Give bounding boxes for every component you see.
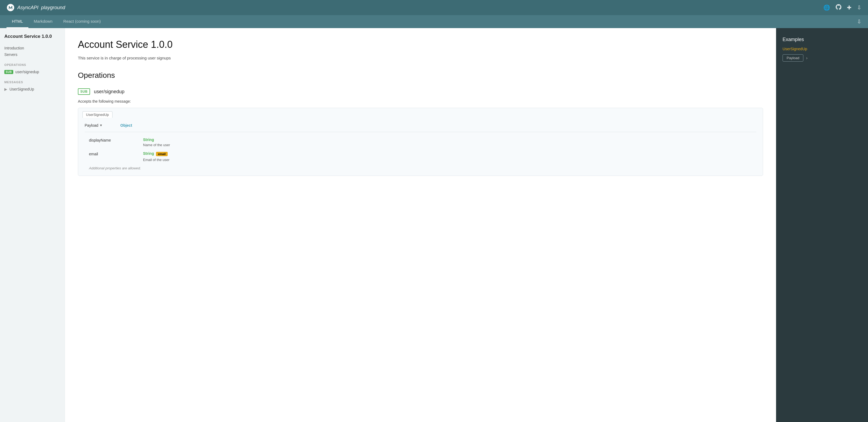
sidebar-service-title: Account Service 1.0.0 [4, 33, 60, 39]
sub-badge: SUB [4, 70, 13, 74]
prop-name-email: email [89, 151, 143, 162]
slack-icon[interactable]: ✚ [847, 4, 851, 11]
sidebar-section-operations: OPERATIONS [4, 63, 60, 66]
message-content: Payload ▼ Object displayName String Name… [78, 118, 763, 175]
tabs: HTML Markdown React (coming soon) [6, 15, 106, 28]
header-icons: 🌐 ✚ ⇩ [824, 4, 862, 11]
operations-section-title: Operations [78, 71, 763, 80]
sidebar: Account Service 1.0.0 Introduction Serve… [0, 28, 65, 422]
prop-type-displayname: String [143, 137, 756, 142]
logo-text: AsyncAPI playground [17, 5, 65, 10]
sidebar-op-label: user/signedup [16, 70, 39, 74]
sidebar-op-user-signedup[interactable]: SUB user/signedup [4, 69, 60, 75]
prop-desc-email: Email of the user [143, 158, 756, 162]
main-layout: Account Service 1.0.0 Introduction Serve… [0, 28, 868, 422]
tab-bar: HTML Markdown React (coming soon) ⇩ [0, 15, 868, 28]
download-top-icon[interactable]: ⇩ [857, 4, 862, 11]
payload-button[interactable]: Payload [782, 54, 803, 62]
message-arrow-icon: ▶ [4, 87, 7, 91]
sidebar-item-introduction[interactable]: Introduction [4, 45, 60, 51]
sidebar-item-servers[interactable]: Servers [4, 51, 60, 58]
asyncapi-logo-icon [6, 3, 14, 11]
examples-title: Examples [782, 37, 862, 42]
svg-point-0 [7, 4, 14, 11]
tab-react[interactable]: React (coming soon) [58, 15, 106, 28]
message-tab-usersignedup[interactable]: UserSignedUp [83, 111, 113, 118]
prop-details-email: String email Email of the user [143, 151, 756, 162]
page-title: Account Service 1.0.0 [78, 39, 763, 50]
download-icon[interactable]: ⇩ [857, 19, 862, 25]
message-card: UserSignedUp Payload ▼ Object displayNam… [78, 108, 763, 176]
page-description: This service is in charge of processing … [78, 56, 763, 60]
sidebar-msg-label: UserSignedUp [9, 87, 34, 91]
property-rows: displayName String Name of the user emai… [85, 137, 756, 170]
operation-sub-badge: SUB [78, 88, 90, 95]
top-header: AsyncAPI playground 🌐 ✚ ⇩ [0, 0, 868, 15]
chevron-right-icon: › [806, 56, 807, 61]
additional-props-text: Additional properties are allowed. [89, 166, 756, 170]
prop-name-displayname: displayName [89, 137, 143, 147]
prop-type-row-email: String email [143, 151, 756, 157]
prop-desc-displayname: Name of the user [143, 143, 756, 147]
format-badge-email: email [156, 152, 167, 156]
sidebar-section-messages: MESSAGES [4, 80, 60, 84]
operation-path: user/signedup [94, 89, 124, 95]
example-link-usersignedup[interactable]: UserSignedUp [782, 47, 862, 51]
prop-type-email: String [143, 151, 154, 156]
github-icon[interactable] [836, 4, 841, 11]
payload-type: Object [120, 123, 132, 128]
property-row-displayname: displayName String Name of the user [89, 137, 756, 147]
operation-block: SUB user/signedup Accepts the following … [78, 88, 763, 176]
tab-html[interactable]: HTML [6, 15, 28, 28]
property-row-email: email String email Email of the user [89, 151, 756, 162]
payload-chevron-icon: ▼ [99, 124, 103, 127]
right-panel: Examples UserSignedUp Payload › [776, 28, 868, 422]
logo-area: AsyncAPI playground [6, 3, 65, 11]
globe-icon[interactable]: 🌐 [824, 4, 830, 11]
payload-label[interactable]: Payload ▼ [85, 123, 117, 128]
payload-button-row: Payload › [782, 54, 862, 62]
operation-header: SUB user/signedup [78, 88, 763, 95]
tab-markdown[interactable]: Markdown [28, 15, 58, 28]
content-area: Account Service 1.0.0 This service is in… [65, 28, 776, 422]
message-tab-bar: UserSignedUp [78, 108, 763, 118]
sidebar-msg-usersignedup[interactable]: ▶ UserSignedUp [4, 86, 60, 92]
payload-row: Payload ▼ Object [85, 123, 756, 132]
prop-details-displayname: String Name of the user [143, 137, 756, 147]
accepts-text: Accepts the following message: [78, 99, 763, 103]
